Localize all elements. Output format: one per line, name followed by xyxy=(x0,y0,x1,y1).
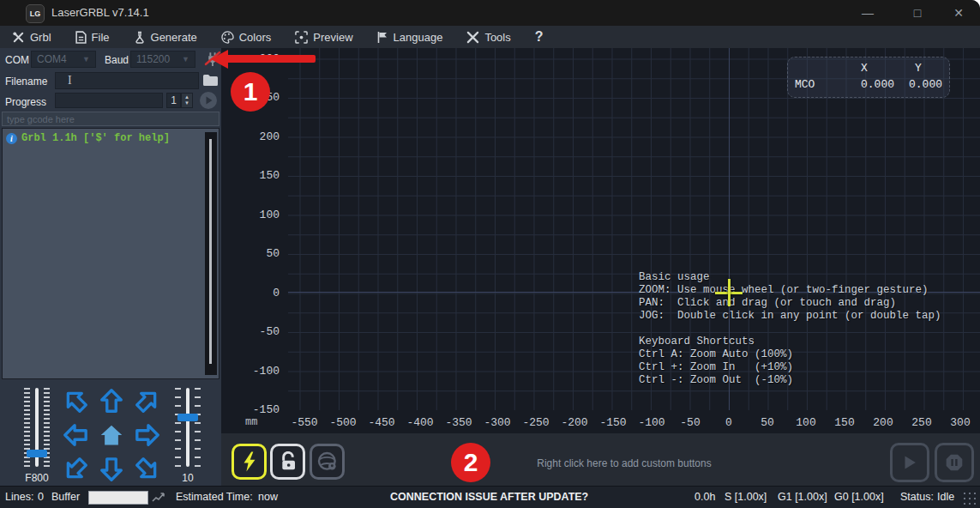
mco-y-value: 0.000 xyxy=(894,78,942,91)
pause-button[interactable] xyxy=(935,443,974,482)
mco-row-label: MCO xyxy=(795,78,834,91)
connection-issue-link[interactable]: CONNECTION ISSUE AFTER UPDATE? xyxy=(390,491,588,503)
buffer-label: Buffer xyxy=(51,491,80,503)
passes-input[interactable]: 1 xyxy=(166,93,181,108)
file-icon xyxy=(75,31,87,44)
estimated-time-label: Estimated Time: xyxy=(176,491,253,503)
jog-left-button[interactable] xyxy=(61,420,90,450)
jog-up-right-button[interactable] xyxy=(133,386,162,415)
maximize-button[interactable]: □ xyxy=(903,0,932,26)
control-panel: COM COM4▼ Baud 115200▼ Filename I Progre… xyxy=(0,48,221,486)
laser-focus-button[interactable] xyxy=(231,444,267,480)
stepper-down-icon[interactable]: ▼ xyxy=(184,100,189,106)
annotation-step-2: 2 xyxy=(451,443,490,482)
support-site-button[interactable] xyxy=(310,444,345,480)
preview-canvas[interactable]: 300 250 200 150 100 50 0 -50 -100 -150 m… xyxy=(221,48,980,433)
x-tick: 300 xyxy=(950,416,970,429)
progress-label: Progress xyxy=(5,96,46,108)
slider-thumb[interactable] xyxy=(177,414,198,421)
y-tick: -100 xyxy=(221,365,283,378)
menu-tools-label: Tools xyxy=(484,31,510,44)
passes-stepper[interactable]: ▲▼ xyxy=(181,93,193,108)
open-file-button[interactable] xyxy=(202,73,219,91)
hours-counter: 0.0h xyxy=(694,491,715,503)
y-tick: 0 xyxy=(221,287,283,299)
title-bar: LG LaserGRBL v7.14.1 — □ ✕ xyxy=(0,0,980,26)
filename-label: Filename xyxy=(5,76,47,88)
y-tick: 200 xyxy=(221,130,283,143)
x-tick: -250 xyxy=(522,416,549,429)
x-tick: -300 xyxy=(484,416,510,429)
y-column-header: Y xyxy=(894,62,942,75)
info-icon: i xyxy=(6,133,17,144)
menu-colors[interactable]: Colors xyxy=(209,26,284,48)
x-tick: 100 xyxy=(796,416,815,429)
menu-preview[interactable]: Preview xyxy=(283,26,364,48)
buffer-gauge xyxy=(88,491,148,505)
jog-up-button[interactable] xyxy=(97,386,126,415)
menu-generate[interactable]: Generate xyxy=(122,26,209,48)
annotation-arrow xyxy=(226,55,316,63)
play-button[interactable] xyxy=(890,443,929,482)
chevron-down-icon: ▼ xyxy=(182,55,189,64)
close-button[interactable]: ✕ xyxy=(944,0,973,26)
stepper-up-icon[interactable]: ▲ xyxy=(184,94,189,100)
jog-down-right-button[interactable] xyxy=(133,455,162,484)
menu-language[interactable]: Language xyxy=(365,26,455,48)
y-tick: -50 xyxy=(221,325,283,338)
menu-grbl[interactable]: Grbl xyxy=(0,26,63,48)
console-line: i Grbl 1.1h ['$' for help] xyxy=(3,129,219,148)
minimize-button[interactable]: — xyxy=(853,0,882,26)
console-scrollbar[interactable] xyxy=(205,132,217,375)
filename-input[interactable]: I xyxy=(55,72,199,89)
x-column-header: X xyxy=(834,62,894,75)
menu-bar: Grbl File Generate Colors Preview Langua… xyxy=(0,26,980,49)
performance-chart-icon[interactable] xyxy=(152,493,165,505)
globe-pin-icon xyxy=(317,451,338,472)
x-tick: 150 xyxy=(834,416,854,429)
run-program-button[interactable] xyxy=(199,91,218,113)
jog-up-left-button[interactable] xyxy=(61,386,90,415)
x-tick: 50 xyxy=(761,416,774,429)
status-value: Idle xyxy=(937,491,954,503)
x-tick: -200 xyxy=(561,416,587,429)
jog-down-button[interactable] xyxy=(97,455,126,484)
status-label: Status: xyxy=(900,491,934,503)
menu-file[interactable]: File xyxy=(63,26,122,48)
annotation-step-1: 1 xyxy=(231,72,270,112)
s-override[interactable]: S [1.00x] xyxy=(724,491,767,503)
menu-preview-label: Preview xyxy=(313,31,352,44)
menu-language-label: Language xyxy=(394,31,443,44)
console-log: i Grbl 1.1h ['$' for help] xyxy=(2,128,219,379)
chevron-down-icon: ▼ xyxy=(82,55,90,64)
x-tick: -500 xyxy=(329,416,356,429)
feed-rate-slider[interactable] xyxy=(24,388,50,467)
menu-grbl-label: Grbl xyxy=(30,31,51,44)
position-panel: X Y MCO 0.000 0.000 xyxy=(787,57,950,98)
menu-tools[interactable]: Tools xyxy=(454,26,522,48)
unlock-button[interactable] xyxy=(270,444,305,480)
home-button[interactable] xyxy=(97,420,126,450)
step-size-label: 10 xyxy=(171,472,204,484)
jog-down-left-button[interactable] xyxy=(61,455,90,484)
y-tick: -150 xyxy=(221,403,283,416)
slider-thumb[interactable] xyxy=(27,450,47,457)
resize-grip[interactable] xyxy=(962,491,977,506)
progress-bar xyxy=(55,93,163,108)
x-tick: -450 xyxy=(368,416,394,429)
step-size-slider[interactable] xyxy=(175,388,201,467)
gcode-command-input[interactable]: type gcode here xyxy=(2,112,219,126)
g0-override[interactable]: G0 [1.00x] xyxy=(834,491,884,503)
jog-right-button[interactable] xyxy=(133,420,162,450)
x-tick: -550 xyxy=(291,416,317,429)
help-icon: ? xyxy=(535,29,544,45)
g1-override[interactable]: G1 [1.00x] xyxy=(778,491,827,503)
app-logo-icon: LG xyxy=(26,4,45,23)
baud-select[interactable]: 115200▼ xyxy=(130,51,195,68)
palette-icon xyxy=(221,31,234,44)
pause-icon xyxy=(944,452,965,473)
scrollbar-thumb[interactable] xyxy=(209,139,212,364)
axis-unit-label: mm xyxy=(245,416,257,428)
com-select[interactable]: COM4▼ xyxy=(31,51,96,68)
menu-help[interactable]: ? xyxy=(523,26,556,48)
